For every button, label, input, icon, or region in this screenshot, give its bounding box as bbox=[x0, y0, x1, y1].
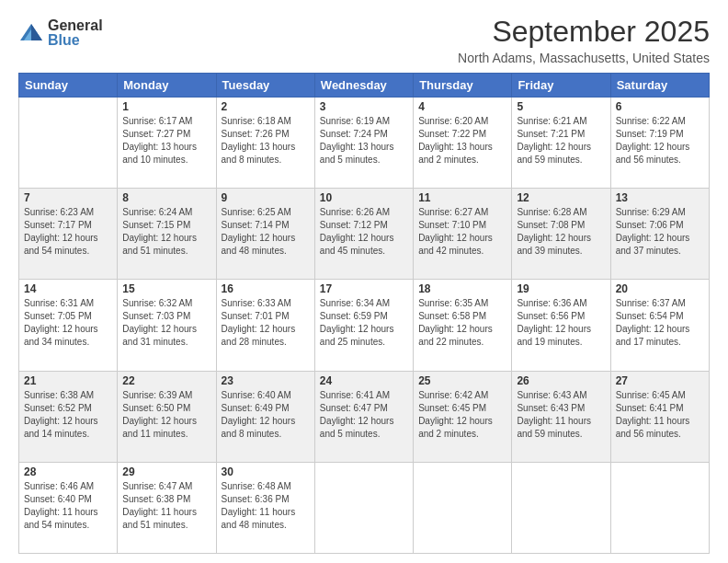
calendar-row: 14 Sunrise: 6:31 AM Sunset: 7:05 PM Dayl… bbox=[19, 280, 710, 371]
table-row bbox=[19, 98, 118, 189]
logo-text: General Blue bbox=[48, 18, 103, 48]
day-number: 27 bbox=[616, 374, 704, 387]
sunrise-text: Sunrise: 6:27 AM bbox=[418, 207, 488, 217]
sunset-text: Sunset: 7:24 PM bbox=[320, 129, 388, 139]
day-number: 29 bbox=[122, 465, 210, 478]
daylight-text: Daylight: 12 hours and 22 minutes. bbox=[418, 324, 493, 347]
table-row: 12 Sunrise: 6:28 AM Sunset: 7:08 PM Dayl… bbox=[512, 189, 610, 280]
table-row: 15 Sunrise: 6:32 AM Sunset: 7:03 PM Dayl… bbox=[118, 280, 216, 371]
table-row: 4 Sunrise: 6:20 AM Sunset: 7:22 PM Dayli… bbox=[414, 98, 512, 189]
table-row: 5 Sunrise: 6:21 AM Sunset: 7:21 PM Dayli… bbox=[512, 98, 610, 189]
sunset-text: Sunset: 7:27 PM bbox=[122, 129, 190, 139]
sunrise-text: Sunrise: 6:42 AM bbox=[418, 390, 488, 400]
sunrise-text: Sunrise: 6:22 AM bbox=[616, 116, 686, 126]
table-row bbox=[414, 462, 512, 553]
day-number: 12 bbox=[517, 191, 605, 204]
day-number: 13 bbox=[616, 191, 704, 204]
day-info: Sunrise: 6:25 AM Sunset: 7:14 PM Dayligh… bbox=[222, 206, 310, 258]
day-number: 25 bbox=[418, 374, 506, 387]
daylight-text: Daylight: 13 hours and 8 minutes. bbox=[222, 142, 296, 165]
daylight-text: Daylight: 12 hours and 31 minutes. bbox=[122, 324, 197, 347]
day-info: Sunrise: 6:21 AM Sunset: 7:21 PM Dayligh… bbox=[517, 115, 605, 167]
day-number: 24 bbox=[320, 374, 408, 387]
daylight-text: Daylight: 11 hours and 59 minutes. bbox=[517, 416, 591, 439]
table-row: 30 Sunrise: 6:48 AM Sunset: 6:36 PM Dayl… bbox=[216, 462, 314, 553]
col-wednesday: Wednesday bbox=[314, 74, 413, 98]
sunrise-text: Sunrise: 6:28 AM bbox=[517, 207, 586, 217]
daylight-text: Daylight: 13 hours and 10 minutes. bbox=[122, 142, 197, 165]
sunrise-text: Sunrise: 6:37 AM bbox=[616, 298, 686, 308]
table-row: 23 Sunrise: 6:40 AM Sunset: 6:49 PM Dayl… bbox=[216, 371, 314, 462]
day-info: Sunrise: 6:20 AM Sunset: 7:22 PM Dayligh… bbox=[418, 115, 506, 167]
daylight-text: Daylight: 12 hours and 25 minutes. bbox=[320, 324, 394, 347]
logo: General Blue bbox=[18, 18, 103, 48]
sunset-text: Sunset: 7:06 PM bbox=[616, 220, 684, 230]
daylight-text: Daylight: 12 hours and 59 minutes. bbox=[517, 142, 591, 165]
logo-general-label: General bbox=[48, 18, 103, 33]
daylight-text: Daylight: 11 hours and 51 minutes. bbox=[122, 507, 197, 530]
table-row: 29 Sunrise: 6:47 AM Sunset: 6:38 PM Dayl… bbox=[118, 462, 216, 553]
sunrise-text: Sunrise: 6:24 AM bbox=[122, 207, 192, 217]
sunrise-text: Sunrise: 6:25 AM bbox=[222, 207, 291, 217]
day-info: Sunrise: 6:38 AM Sunset: 6:52 PM Dayligh… bbox=[24, 389, 112, 441]
daylight-text: Daylight: 12 hours and 34 minutes. bbox=[24, 324, 98, 347]
sunset-text: Sunset: 6:54 PM bbox=[616, 311, 684, 321]
day-number: 14 bbox=[24, 282, 112, 295]
sunrise-text: Sunrise: 6:47 AM bbox=[122, 481, 192, 491]
sunrise-text: Sunrise: 6:36 AM bbox=[517, 298, 586, 308]
location-title: North Adams, Massachusetts, United State… bbox=[458, 51, 710, 65]
day-number: 9 bbox=[222, 191, 310, 204]
sunset-text: Sunset: 6:36 PM bbox=[222, 494, 290, 504]
day-number: 10 bbox=[320, 191, 408, 204]
day-info: Sunrise: 6:29 AM Sunset: 7:06 PM Dayligh… bbox=[616, 206, 704, 258]
title-area: September 2025 North Adams, Massachusett… bbox=[458, 15, 710, 65]
calendar-row: 28 Sunrise: 6:46 AM Sunset: 6:40 PM Dayl… bbox=[19, 462, 710, 553]
day-number: 5 bbox=[517, 100, 605, 113]
table-row: 16 Sunrise: 6:33 AM Sunset: 7:01 PM Dayl… bbox=[216, 280, 314, 371]
col-tuesday: Tuesday bbox=[216, 74, 314, 98]
day-info: Sunrise: 6:40 AM Sunset: 6:49 PM Dayligh… bbox=[222, 389, 310, 441]
table-row bbox=[610, 462, 709, 553]
sunset-text: Sunset: 6:47 PM bbox=[320, 403, 388, 413]
col-saturday: Saturday bbox=[610, 74, 709, 98]
sunset-text: Sunset: 6:58 PM bbox=[418, 311, 486, 321]
calendar-header-row: Sunday Monday Tuesday Wednesday Thursday… bbox=[19, 74, 710, 98]
table-row: 7 Sunrise: 6:23 AM Sunset: 7:17 PM Dayli… bbox=[19, 189, 118, 280]
day-number: 15 bbox=[122, 282, 210, 295]
day-info: Sunrise: 6:32 AM Sunset: 7:03 PM Dayligh… bbox=[122, 297, 210, 349]
day-info: Sunrise: 6:31 AM Sunset: 7:05 PM Dayligh… bbox=[24, 297, 112, 349]
day-info: Sunrise: 6:48 AM Sunset: 6:36 PM Dayligh… bbox=[222, 480, 310, 532]
sunset-text: Sunset: 6:49 PM bbox=[222, 403, 290, 413]
day-number: 11 bbox=[418, 191, 506, 204]
day-info: Sunrise: 6:47 AM Sunset: 6:38 PM Dayligh… bbox=[122, 480, 210, 532]
day-number: 16 bbox=[222, 282, 310, 295]
daylight-text: Daylight: 12 hours and 56 minutes. bbox=[616, 142, 690, 165]
daylight-text: Daylight: 12 hours and 28 minutes. bbox=[222, 324, 296, 347]
day-number: 30 bbox=[222, 465, 310, 478]
sunset-text: Sunset: 7:03 PM bbox=[122, 311, 190, 321]
day-number: 19 bbox=[517, 282, 605, 295]
col-sunday: Sunday bbox=[19, 74, 118, 98]
day-number: 8 bbox=[122, 191, 210, 204]
sunrise-text: Sunrise: 6:41 AM bbox=[320, 390, 390, 400]
table-row: 17 Sunrise: 6:34 AM Sunset: 6:59 PM Dayl… bbox=[314, 280, 413, 371]
daylight-text: Daylight: 12 hours and 37 minutes. bbox=[616, 233, 690, 256]
day-info: Sunrise: 6:43 AM Sunset: 6:43 PM Dayligh… bbox=[517, 389, 605, 441]
daylight-text: Daylight: 13 hours and 2 minutes. bbox=[418, 142, 493, 165]
day-info: Sunrise: 6:46 AM Sunset: 6:40 PM Dayligh… bbox=[24, 480, 112, 532]
sunset-text: Sunset: 7:15 PM bbox=[122, 220, 190, 230]
sunset-text: Sunset: 7:10 PM bbox=[418, 220, 486, 230]
calendar-table: Sunday Monday Tuesday Wednesday Thursday… bbox=[18, 73, 710, 554]
day-number: 18 bbox=[418, 282, 506, 295]
sunset-text: Sunset: 7:21 PM bbox=[517, 129, 585, 139]
day-info: Sunrise: 6:26 AM Sunset: 7:12 PM Dayligh… bbox=[320, 206, 408, 258]
table-row: 1 Sunrise: 6:17 AM Sunset: 7:27 PM Dayli… bbox=[118, 98, 216, 189]
daylight-text: Daylight: 12 hours and 2 minutes. bbox=[418, 416, 493, 439]
daylight-text: Daylight: 12 hours and 8 minutes. bbox=[222, 416, 296, 439]
day-info: Sunrise: 6:23 AM Sunset: 7:17 PM Dayligh… bbox=[24, 206, 112, 258]
sunrise-text: Sunrise: 6:43 AM bbox=[517, 390, 586, 400]
table-row bbox=[512, 462, 610, 553]
calendar-row: 7 Sunrise: 6:23 AM Sunset: 7:17 PM Dayli… bbox=[19, 189, 710, 280]
daylight-text: Daylight: 12 hours and 45 minutes. bbox=[320, 233, 394, 256]
day-info: Sunrise: 6:39 AM Sunset: 6:50 PM Dayligh… bbox=[122, 389, 210, 441]
